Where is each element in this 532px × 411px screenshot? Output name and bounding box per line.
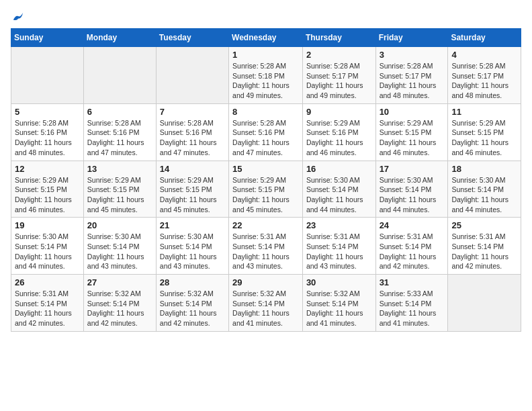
header-day-tuesday: Tuesday <box>156 29 228 47</box>
calendar-cell: 3Sunrise: 5:28 AMSunset: 5:17 PMDaylight… <box>375 47 448 104</box>
sunrise-text: Sunrise: 5:30 AM <box>15 232 80 242</box>
day-info: Sunrise: 5:31 AMSunset: 5:14 PMDaylight:… <box>15 289 80 328</box>
daylight-text: Daylight: 11 hours and 42 minutes. <box>380 252 445 271</box>
sunrise-text: Sunrise: 5:29 AM <box>380 118 445 128</box>
day-info: Sunrise: 5:32 AMSunset: 5:14 PMDaylight:… <box>306 289 372 328</box>
sunrise-text: Sunrise: 5:29 AM <box>306 118 372 128</box>
daylight-text: Daylight: 11 hours and 49 minutes. <box>306 81 372 100</box>
week-row-2: 5Sunrise: 5:28 AMSunset: 5:16 PMDaylight… <box>11 103 521 161</box>
sunrise-text: Sunrise: 5:28 AM <box>15 118 80 128</box>
day-info: Sunrise: 5:29 AMSunset: 5:15 PMDaylight:… <box>87 175 152 215</box>
sunset-text: Sunset: 5:17 PM <box>451 71 517 81</box>
day-info: Sunrise: 5:28 AMSunset: 5:18 PMDaylight:… <box>232 61 299 101</box>
daylight-text: Daylight: 11 hours and 48 minutes. <box>15 138 80 157</box>
calendar-cell: 21Sunrise: 5:30 AMSunset: 5:14 PMDayligh… <box>156 218 228 275</box>
daylight-text: Daylight: 11 hours and 44 minutes. <box>380 195 445 214</box>
calendar-cell: 22Sunrise: 5:31 AMSunset: 5:14 PMDayligh… <box>229 218 303 275</box>
day-info: Sunrise: 5:30 AMSunset: 5:14 PMDaylight:… <box>306 175 372 215</box>
daylight-text: Daylight: 11 hours and 46 minutes. <box>15 195 80 214</box>
day-number: 13 <box>87 164 152 174</box>
day-number: 3 <box>380 50 445 60</box>
sunset-text: Sunset: 5:14 PM <box>232 242 299 252</box>
sunset-text: Sunset: 5:18 PM <box>232 71 299 81</box>
sunset-text: Sunset: 5:14 PM <box>87 242 152 252</box>
sunset-text: Sunset: 5:16 PM <box>87 128 152 138</box>
daylight-text: Daylight: 11 hours and 45 minutes. <box>160 195 225 214</box>
day-number: 1 <box>232 50 299 60</box>
sunrise-text: Sunrise: 5:31 AM <box>451 232 517 242</box>
day-info: Sunrise: 5:30 AMSunset: 5:14 PMDaylight:… <box>160 232 225 271</box>
daylight-text: Daylight: 11 hours and 48 minutes. <box>380 81 445 100</box>
day-number: 25 <box>451 220 517 230</box>
day-number: 5 <box>15 107 80 117</box>
daylight-text: Daylight: 11 hours and 43 minutes. <box>160 252 225 271</box>
week-row-5: 26Sunrise: 5:31 AMSunset: 5:14 PMDayligh… <box>11 275 521 332</box>
day-number: 4 <box>451 50 517 60</box>
day-number: 14 <box>160 164 225 174</box>
calendar-cell: 23Sunrise: 5:31 AMSunset: 5:14 PMDayligh… <box>302 218 375 275</box>
calendar-header: SundayMondayTuesdayWednesdayThursdayFrid… <box>11 29 521 47</box>
day-number: 11 <box>451 107 517 117</box>
day-number: 23 <box>306 220 372 230</box>
daylight-text: Daylight: 11 hours and 42 minutes. <box>87 308 152 328</box>
sunset-text: Sunset: 5:14 PM <box>306 242 372 252</box>
daylight-text: Daylight: 11 hours and 43 minutes. <box>232 252 299 271</box>
day-number: 21 <box>160 220 225 230</box>
calendar-cell: 24Sunrise: 5:31 AMSunset: 5:14 PMDayligh… <box>375 218 448 275</box>
logo-bird-icon <box>12 11 24 23</box>
calendar-cell <box>11 47 84 104</box>
week-row-3: 12Sunrise: 5:29 AMSunset: 5:15 PMDayligh… <box>11 161 521 218</box>
day-info: Sunrise: 5:30 AMSunset: 5:14 PMDaylight:… <box>15 232 80 271</box>
sunrise-text: Sunrise: 5:29 AM <box>160 175 225 185</box>
header-day-saturday: Saturday <box>448 29 521 47</box>
day-info: Sunrise: 5:28 AMSunset: 5:17 PMDaylight:… <box>451 61 517 101</box>
sunrise-text: Sunrise: 5:31 AM <box>306 232 372 242</box>
calendar-cell: 20Sunrise: 5:30 AMSunset: 5:14 PMDayligh… <box>83 218 156 275</box>
day-info: Sunrise: 5:29 AMSunset: 5:15 PMDaylight:… <box>451 118 517 158</box>
day-info: Sunrise: 5:29 AMSunset: 5:15 PMDaylight:… <box>15 175 80 215</box>
calendar-cell: 17Sunrise: 5:30 AMSunset: 5:14 PMDayligh… <box>375 161 448 218</box>
week-row-4: 19Sunrise: 5:30 AMSunset: 5:14 PMDayligh… <box>11 218 521 275</box>
daylight-text: Daylight: 11 hours and 47 minutes. <box>160 138 225 157</box>
sunset-text: Sunset: 5:14 PM <box>380 299 445 309</box>
day-number: 30 <box>306 277 372 287</box>
sunrise-text: Sunrise: 5:28 AM <box>160 118 225 128</box>
header-day-friday: Friday <box>375 29 448 47</box>
sunset-text: Sunset: 5:14 PM <box>15 242 80 252</box>
calendar-cell: 7Sunrise: 5:28 AMSunset: 5:16 PMDaylight… <box>156 103 228 161</box>
calendar-cell: 28Sunrise: 5:32 AMSunset: 5:14 PMDayligh… <box>156 275 228 332</box>
sunrise-text: Sunrise: 5:32 AM <box>160 289 225 299</box>
day-number: 9 <box>306 107 372 117</box>
sunset-text: Sunset: 5:17 PM <box>380 71 445 81</box>
day-number: 28 <box>160 277 225 287</box>
daylight-text: Daylight: 11 hours and 46 minutes. <box>306 138 372 157</box>
sunset-text: Sunset: 5:15 PM <box>232 185 299 195</box>
day-number: 16 <box>306 164 372 174</box>
day-number: 29 <box>232 277 299 287</box>
header-day-monday: Monday <box>83 29 156 47</box>
daylight-text: Daylight: 11 hours and 43 minutes. <box>306 252 372 271</box>
sunset-text: Sunset: 5:16 PM <box>232 128 299 138</box>
sunset-text: Sunset: 5:14 PM <box>451 185 517 195</box>
sunset-text: Sunset: 5:15 PM <box>380 128 445 138</box>
day-number: 31 <box>380 277 445 287</box>
day-info: Sunrise: 5:33 AMSunset: 5:14 PMDaylight:… <box>380 289 445 328</box>
day-info: Sunrise: 5:31 AMSunset: 5:14 PMDaylight:… <box>232 232 299 271</box>
daylight-text: Daylight: 11 hours and 41 minutes. <box>306 308 372 328</box>
daylight-text: Daylight: 11 hours and 47 minutes. <box>232 138 299 157</box>
sunset-text: Sunset: 5:14 PM <box>306 185 372 195</box>
calendar-cell <box>156 47 228 104</box>
calendar-cell: 9Sunrise: 5:29 AMSunset: 5:16 PMDaylight… <box>302 103 375 161</box>
day-info: Sunrise: 5:28 AMSunset: 5:16 PMDaylight:… <box>87 118 152 158</box>
sunrise-text: Sunrise: 5:29 AM <box>15 175 80 185</box>
sunrise-text: Sunrise: 5:33 AM <box>380 289 445 299</box>
daylight-text: Daylight: 11 hours and 41 minutes. <box>232 308 299 328</box>
calendar-cell: 19Sunrise: 5:30 AMSunset: 5:14 PMDayligh… <box>11 218 84 275</box>
calendar-cell: 25Sunrise: 5:31 AMSunset: 5:14 PMDayligh… <box>448 218 521 275</box>
sunrise-text: Sunrise: 5:32 AM <box>87 289 152 299</box>
sunrise-text: Sunrise: 5:30 AM <box>160 232 225 242</box>
calendar-cell: 26Sunrise: 5:31 AMSunset: 5:14 PMDayligh… <box>11 275 84 332</box>
day-number: 20 <box>87 220 152 230</box>
sunrise-text: Sunrise: 5:32 AM <box>232 289 299 299</box>
calendar-cell: 2Sunrise: 5:28 AMSunset: 5:17 PMDaylight… <box>302 47 375 104</box>
